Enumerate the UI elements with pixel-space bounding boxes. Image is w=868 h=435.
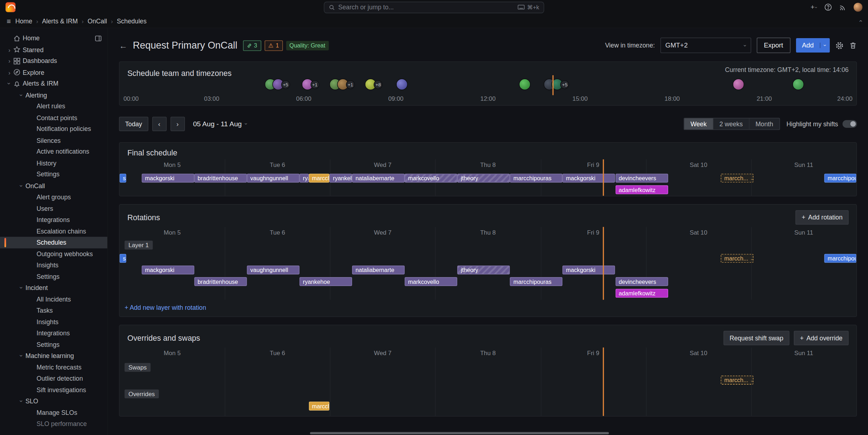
links-badge[interactable]: 3 xyxy=(243,40,261,50)
user-avatar-group[interactable]: +5 xyxy=(544,78,569,90)
chevron-down-icon[interactable]: › xyxy=(18,91,25,99)
sidebar-item-outgoing-webhooks[interactable]: Outgoing webhooks xyxy=(0,248,107,260)
shift-bar[interactable]: s xyxy=(120,174,126,183)
shift-bar[interactable]: bradrittenhouse xyxy=(194,277,247,286)
sidebar-item-alert-groups[interactable]: Alert groups xyxy=(0,191,107,203)
shift-bar[interactable]: devincheevers xyxy=(615,174,668,183)
sidebar-item-insights[interactable]: Insights xyxy=(0,316,107,328)
chevron-down-icon[interactable]: › xyxy=(18,352,25,360)
new-menu-button[interactable]: +› xyxy=(811,3,817,11)
timezone-select[interactable]: GMT+2› xyxy=(660,38,751,53)
sidebar-item-integrations[interactable]: Integrations xyxy=(0,214,107,226)
shift-bar[interactable]: adamlefkowitz xyxy=(615,289,668,298)
shift-bar[interactable]: mackgorski xyxy=(563,174,615,183)
chevron-right-icon[interactable]: › xyxy=(5,46,13,53)
user-avatar-group[interactable]: +1 xyxy=(329,78,355,90)
sidebar-item-metric-forecasts[interactable]: Metric forecasts xyxy=(0,362,107,373)
shift-bar[interactable]: ryankeho xyxy=(330,174,352,183)
sidebar-item-explore[interactable]: ›Explore xyxy=(0,67,107,78)
sidebar-item-active-notifications[interactable]: Active notifications xyxy=(0,146,107,158)
sidebar-item-oncall[interactable]: ›OnCall xyxy=(0,180,107,191)
sidebar-item-notification-policies[interactable]: Notification policies xyxy=(0,123,107,135)
sidebar-item-starred[interactable]: ›Starred xyxy=(0,44,107,55)
sidebar-item-alerts-irm[interactable]: ›Alerts & IRM xyxy=(0,78,107,90)
user-avatar-group[interactable] xyxy=(733,78,744,90)
chevron-down-icon[interactable]: › xyxy=(18,397,25,405)
sidebar-item-alert-rules[interactable]: Alert rules xyxy=(0,101,107,112)
user-avatar-group[interactable]: +5 xyxy=(265,78,290,90)
sidebar-item-escalation-chains[interactable]: Escalation chains xyxy=(0,226,107,237)
shift-bar[interactable]: marcchipouras xyxy=(510,277,563,286)
collapse-sidebar-icon[interactable] xyxy=(95,35,102,42)
sidebar-item-sift-investigations[interactable]: Sift investigations xyxy=(0,384,107,396)
highlight-toggle[interactable] xyxy=(842,120,857,128)
shift-bar[interactable]: bradrittenhouse xyxy=(194,174,247,183)
add-button[interactable]: Add › xyxy=(796,38,830,53)
sidebar-item-settings[interactable]: Settings xyxy=(0,169,107,180)
shift-bar[interactable]: nataliabernarte xyxy=(352,266,405,275)
delete-trash-icon[interactable] xyxy=(849,41,857,49)
sidebar-item-alerting[interactable]: ›Alerting xyxy=(0,89,107,101)
sidebar-item-manage-slos[interactable]: Manage SLOs xyxy=(0,407,107,418)
chevron-down-icon[interactable]: › xyxy=(6,80,13,88)
next-week-button[interactable]: › xyxy=(170,117,185,131)
shift-swap-request[interactable]: marcch... → ? xyxy=(721,174,754,183)
date-range-picker[interactable]: 05 Aug - 11 Aug› xyxy=(193,120,247,128)
shift-bar[interactable]: marcchipoura xyxy=(824,174,856,183)
sidebar-item-outlier-detection[interactable]: Outlier detection xyxy=(0,373,107,384)
shift-bar[interactable]: mackgorski xyxy=(563,266,615,275)
shift-bar[interactable]: marcchip xyxy=(309,174,329,183)
grafana-logo[interactable] xyxy=(5,2,15,12)
user-avatar-group[interactable]: +1 xyxy=(302,78,319,90)
shift-bar[interactable]: marcchip xyxy=(309,402,329,411)
shift-bar[interactable]: rya xyxy=(300,174,309,183)
sidebar-item-all-incidents[interactable]: All Incidents xyxy=(0,294,107,305)
add-rotation-button[interactable]: +Add rotation xyxy=(796,210,849,225)
shift-swap-request[interactable]: marcch... → ? xyxy=(721,376,754,385)
sidebar-item-settings[interactable]: Settings xyxy=(0,271,107,282)
shift-bar[interactable]: nataliabernarte xyxy=(352,174,405,183)
warnings-badge[interactable]: ⚠ 1 xyxy=(264,40,283,50)
add-layer-link[interactable]: + Add new layer with rotation xyxy=(120,300,856,316)
collapse-header-icon[interactable]: › xyxy=(857,20,863,22)
view-option-2-weeks[interactable]: 2 weeks xyxy=(713,118,749,130)
user-avatar-group[interactable]: +8 xyxy=(365,78,383,90)
user-avatar-group[interactable] xyxy=(792,78,804,90)
search-bar[interactable]: Search or jump to... ⌘+k xyxy=(324,1,544,13)
shift-bar[interactable]: jtheory xyxy=(458,174,510,183)
today-button[interactable]: Today xyxy=(119,117,148,131)
sidebar-item-dashboards[interactable]: ›Dashboards xyxy=(0,55,107,67)
sidebar-item-tasks[interactable]: Tasks xyxy=(0,305,107,316)
add-dropdown-caret[interactable]: › xyxy=(820,42,830,48)
chevron-down-icon[interactable]: › xyxy=(18,284,25,292)
sidebar-item-history[interactable]: History xyxy=(0,157,107,169)
user-avatar-group[interactable] xyxy=(396,78,408,90)
sidebar-item-silences[interactable]: Silences xyxy=(0,135,107,146)
sidebar-item-machine-learning[interactable]: ›Machine learning xyxy=(0,350,107,362)
sidebar-item-settings[interactable]: Settings xyxy=(0,339,107,350)
breadcrumb-item-alerts-irm[interactable]: Alerts & IRM xyxy=(42,18,78,24)
breadcrumb-item-schedules[interactable]: Schedules xyxy=(117,18,147,24)
sidebar-item-schedules[interactable]: Schedules xyxy=(0,237,107,248)
shift-bar[interactable]: devincheevers xyxy=(615,277,668,286)
view-option-week[interactable]: Week xyxy=(684,118,713,130)
shift-bar[interactable]: markcovello xyxy=(405,277,457,286)
sidebar-item-users[interactable]: Users xyxy=(0,203,107,214)
sidebar-item-integrations[interactable]: Integrations xyxy=(0,327,107,339)
sidebar-item-slo-performance[interactable]: SLO performance xyxy=(0,418,107,430)
quality-badge[interactable]: Quality: Great xyxy=(286,41,329,50)
shift-bar[interactable]: vaughngunnell xyxy=(247,266,300,275)
news-icon[interactable] xyxy=(839,4,846,11)
shift-bar[interactable]: s xyxy=(120,254,126,263)
breadcrumb-item-home[interactable]: Home xyxy=(15,18,32,24)
chevron-right-icon[interactable]: › xyxy=(5,58,13,64)
breadcrumb-item-oncall[interactable]: OnCall xyxy=(87,18,107,24)
prev-week-button[interactable]: ‹ xyxy=(152,117,166,131)
shift-bar[interactable]: mackgorski xyxy=(142,266,194,275)
sidebar-item-slo[interactable]: ›SLO xyxy=(0,395,107,407)
chevron-down-icon[interactable]: › xyxy=(18,182,25,190)
view-option-month[interactable]: Month xyxy=(749,118,779,130)
shift-bar[interactable]: vaughngunnell xyxy=(247,174,300,183)
add-override-button[interactable]: +Add override xyxy=(794,331,849,345)
shift-bar[interactable]: jtheory xyxy=(458,266,510,275)
